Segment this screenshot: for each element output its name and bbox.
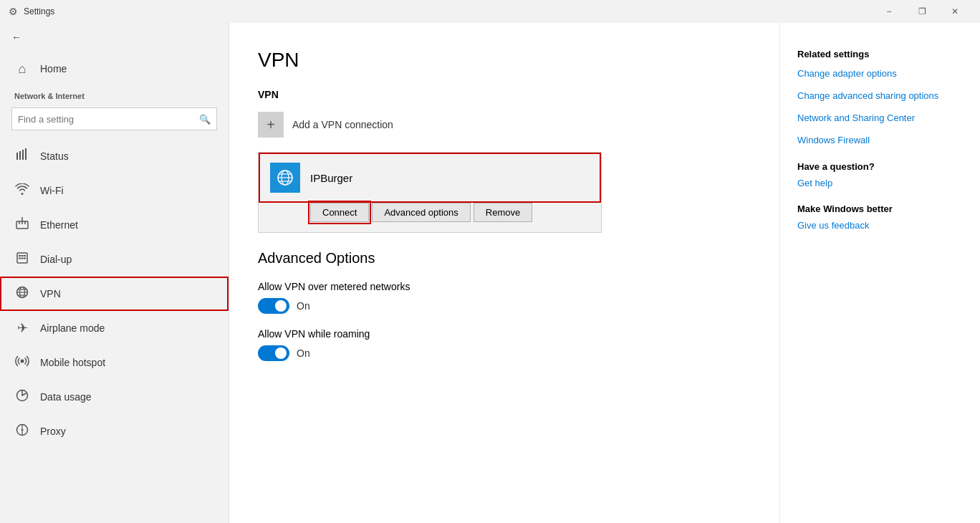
data-usage-icon bbox=[14, 389, 30, 406]
sidebar-item-label: Ethernet bbox=[40, 219, 78, 231]
sidebar-item-label: Wi-Fi bbox=[40, 185, 64, 196]
ethernet-icon bbox=[14, 217, 30, 234]
svg-rect-3 bbox=[25, 148, 27, 160]
advanced-options-button[interactable]: Advanced options bbox=[372, 203, 470, 222]
svg-rect-10 bbox=[19, 255, 21, 256]
sidebar-category: Network & Internet bbox=[0, 86, 229, 105]
svg-rect-14 bbox=[21, 257, 24, 259]
back-icon: ← bbox=[11, 32, 21, 43]
have-question-title: Have a question? bbox=[797, 161, 963, 172]
main-content: VPN VPN + Add a VPN connection IPBur bbox=[229, 23, 779, 523]
vpn-connection-box: IPBurger Connect Advanced options Remove bbox=[258, 152, 602, 233]
sidebar-item-label: Dial-up bbox=[40, 254, 72, 265]
toggle-metered[interactable] bbox=[258, 298, 289, 314]
svg-rect-0 bbox=[16, 153, 18, 160]
sidebar-item-label: Status bbox=[40, 150, 69, 162]
vpn-name: IPBurger bbox=[310, 172, 352, 184]
search-input[interactable] bbox=[18, 114, 199, 125]
titlebar-title: Settings bbox=[24, 6, 873, 16]
sidebar-item-home[interactable]: ⌂ Home bbox=[0, 52, 229, 86]
feedback-link[interactable]: Give us feedback bbox=[797, 220, 963, 232]
toggle-metered-state: On bbox=[297, 300, 310, 312]
page-title: VPN bbox=[258, 49, 751, 72]
toggle-metered-label: Allow VPN over metered networks bbox=[258, 281, 751, 292]
titlebar: ⚙ Settings − ❐ ✕ bbox=[0, 0, 980, 23]
toggle-roaming-label: Allow VPN while roaming bbox=[258, 328, 751, 340]
proxy-icon bbox=[14, 423, 30, 440]
sidebar-item-label: Airplane mode bbox=[40, 322, 105, 334]
hotspot-icon bbox=[14, 355, 30, 371]
vpn-connection-header[interactable]: IPBurger bbox=[259, 153, 601, 203]
svg-point-24 bbox=[21, 428, 24, 431]
firewall-link[interactable]: Windows Firewall bbox=[797, 135, 963, 147]
sidebar-item-vpn[interactable]: VPN bbox=[0, 277, 229, 311]
sidebar: ← ⌂ Home Network & Internet 🔍 Status Wi-… bbox=[0, 23, 229, 523]
related-settings-title: Related settings bbox=[797, 49, 963, 59]
advanced-options-title: Advanced Options bbox=[258, 250, 751, 267]
status-icon bbox=[14, 148, 30, 165]
sidebar-item-label: Mobile hotspot bbox=[40, 357, 105, 368]
change-sharing-link[interactable]: Change advanced sharing options bbox=[797, 90, 963, 102]
svg-point-21 bbox=[21, 359, 24, 363]
svg-rect-11 bbox=[21, 255, 24, 256]
make-better-title: Make Windows better bbox=[797, 203, 963, 214]
settings-icon: ⚙ bbox=[9, 6, 18, 17]
close-button[interactable]: ✕ bbox=[938, 0, 971, 23]
svg-rect-15 bbox=[24, 257, 26, 259]
sidebar-item-wifi[interactable]: Wi-Fi bbox=[0, 173, 229, 208]
sidebar-item-dialup[interactable]: Dial-up bbox=[0, 242, 229, 277]
toggle-roaming-state: On bbox=[297, 347, 310, 359]
app-body: ← ⌂ Home Network & Internet 🔍 Status Wi-… bbox=[0, 23, 980, 523]
search-box[interactable]: 🔍 bbox=[11, 107, 217, 130]
airplane-icon: ✈ bbox=[14, 320, 30, 336]
restore-button[interactable]: ❐ bbox=[905, 0, 938, 23]
toggle-metered-control: On bbox=[258, 298, 751, 314]
sidebar-item-hotspot[interactable]: Mobile hotspot bbox=[0, 345, 229, 380]
dialup-icon bbox=[14, 251, 30, 268]
right-panel: Related settings Change adapter options … bbox=[779, 23, 980, 523]
get-help-link[interactable]: Get help bbox=[797, 178, 963, 190]
sidebar-item-status[interactable]: Status bbox=[0, 139, 229, 173]
sidebar-item-label: VPN bbox=[40, 288, 61, 299]
add-vpn-label: Add a VPN connection bbox=[292, 119, 393, 130]
sidebar-item-label: Data usage bbox=[40, 391, 92, 403]
connect-button[interactable]: Connect bbox=[310, 203, 369, 222]
vpn-sidebar-icon bbox=[14, 286, 30, 302]
sidebar-item-ethernet[interactable]: Ethernet bbox=[0, 208, 229, 242]
minimize-button[interactable]: − bbox=[873, 0, 905, 23]
vpn-buttons: Connect Advanced options Remove bbox=[259, 203, 601, 232]
vpn-logo bbox=[270, 163, 300, 193]
sidebar-item-data-usage[interactable]: Data usage bbox=[0, 380, 229, 414]
wifi-icon bbox=[14, 183, 30, 198]
toggle-row-roaming: Allow VPN while roaming On bbox=[258, 328, 751, 361]
section-title: VPN bbox=[258, 89, 751, 100]
toggle-row-metered: Allow VPN over metered networks On bbox=[258, 281, 751, 314]
remove-button[interactable]: Remove bbox=[474, 203, 532, 222]
window-controls: − ❐ ✕ bbox=[873, 0, 971, 23]
home-icon: ⌂ bbox=[14, 62, 30, 77]
add-icon: + bbox=[258, 112, 284, 138]
svg-rect-12 bbox=[24, 255, 26, 256]
svg-rect-1 bbox=[19, 151, 21, 160]
sidebar-item-label: Home bbox=[40, 63, 67, 75]
network-center-link[interactable]: Network and Sharing Center bbox=[797, 112, 963, 125]
sidebar-item-label: Proxy bbox=[40, 426, 66, 437]
svg-rect-13 bbox=[19, 257, 21, 259]
toggle-roaming[interactable] bbox=[258, 345, 289, 361]
sidebar-item-airplane[interactable]: ✈ Airplane mode bbox=[0, 311, 229, 345]
search-icon: 🔍 bbox=[199, 114, 211, 125]
sidebar-item-proxy[interactable]: Proxy bbox=[0, 414, 229, 448]
svg-rect-2 bbox=[22, 150, 24, 160]
change-adapter-link[interactable]: Change adapter options bbox=[797, 68, 963, 80]
add-vpn-button[interactable]: + Add a VPN connection bbox=[258, 112, 751, 138]
back-button[interactable]: ← bbox=[0, 23, 229, 52]
toggle-roaming-control: On bbox=[258, 345, 751, 361]
